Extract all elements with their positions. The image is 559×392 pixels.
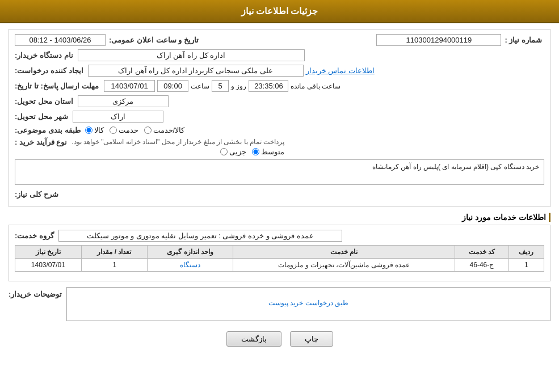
grooh-label: گروه خدمت: (15, 231, 54, 240)
noFarayand-label: نوع فرآیند خرید : (15, 138, 67, 146)
khadamat-table-wrapper: ردیف کد خدمت نام خدمت واحد اندازه گیری ت… (15, 245, 544, 272)
buttons-row: چاپ بازگشت (9, 331, 550, 347)
tabaqe-kala-radio[interactable] (85, 127, 93, 134)
tabaqe-kala-khedmat[interactable]: کالا/خدمت (144, 126, 185, 134)
tosaif-label: توضیحات خریدار: (9, 290, 62, 298)
tarikh-label: تاریخ و ساعت اعلان عمومی: (109, 36, 199, 44)
bazgasht-button[interactable]: بازگشت (226, 331, 281, 347)
col-kod: کد خدمت (455, 246, 509, 259)
chap-button[interactable]: چاپ (290, 331, 333, 347)
sharh-label: شرح کلی نیاز: (15, 190, 58, 199)
row-tarikh: 1403/07/01 (15, 259, 82, 272)
tarikh-value: 1403/06/26 - 08:12 (15, 34, 106, 46)
tabaqe-kala-khedmat-radio[interactable] (144, 127, 152, 134)
khadamat-section-title: اطلاعات خدمات مورد نیاز (9, 213, 550, 222)
sharh-value: خرید دستگاه کپی (اقلام سرمایه ای )پلیس ر… (15, 159, 544, 185)
shomareNiaz-label: شماره نیاز : (505, 36, 542, 44)
shahr-value: اراک (73, 111, 163, 123)
row-tedad: 1 (81, 259, 148, 272)
ijadKonande-value: علی ملکی سنجانی کاربرداز اداره کل راه آه… (88, 65, 304, 77)
mohlat-saat-label: ساعت (191, 82, 209, 90)
row-vahed: دستگاه (148, 259, 233, 272)
tabaqe-label: طبقه بندی موضوعی: (15, 126, 81, 134)
namDastgah-value: اداره کل راه آهن اراک (78, 49, 305, 61)
noFarayand-jozi[interactable]: جزیی (220, 147, 246, 156)
noFarayand-motavasset-label: متوسط (261, 147, 284, 156)
col-vahed: واحد اندازه گیری (148, 246, 233, 259)
row-radif: 1 (508, 259, 544, 272)
shahr-label: شهر محل تحویل: (15, 112, 68, 121)
tosaif-textarea[interactable] (66, 287, 550, 321)
etelaatTamas-link[interactable]: اطلاعات تماس خریدار (306, 66, 375, 75)
mohlat-roz-label: روز و (231, 82, 246, 90)
table-row: 1 ج-46-46 عمده فروشی ماشین‌آلات، تجهیزات… (15, 259, 544, 272)
col-tedad: تعداد / مقدار (81, 246, 148, 259)
tabaqe-group: کالا/خدمت خدمت کالا (85, 126, 185, 134)
mohlat-saat-mande-value: 23:35:06 (249, 80, 288, 92)
tabaqe-kala[interactable]: کالا (85, 126, 104, 134)
mohlat-saat-value: 09:00 (157, 80, 188, 92)
mohlat-roz-value: 5 (212, 80, 229, 92)
col-name: نام خدمت (233, 246, 455, 259)
mohlat-date: 1403/07/01 (104, 80, 155, 92)
noFarayand-motavasset-radio[interactable] (252, 148, 259, 155)
shomareNiaz-value: 1103001294000119 (376, 34, 501, 46)
mohlat-label: مهلت ارسال پاسخ: تا تاریخ: (15, 82, 99, 90)
grooh-value: عمده فروشی و خرده فروشی : تعمیر وسایل نق… (58, 230, 342, 242)
row-kod: ج-46-46 (455, 259, 509, 272)
noFarayand-motavasset[interactable]: متوسط (252, 147, 284, 156)
tabaqe-khedmat-label: خدمت (119, 126, 138, 134)
row-name: عمده فروشی ماشین‌آلات، تجهیزات و ملزومات (233, 259, 455, 272)
col-radif: ردیف (508, 246, 544, 259)
mohlat-saat-mande-label: ساعت باقی مانده (291, 82, 341, 90)
noFarayand-group: متوسط جزیی (220, 147, 284, 156)
noFarayand-jozi-radio[interactable] (220, 148, 228, 155)
tabaqe-kala-khedmat-label: کالا/خدمت (153, 126, 185, 134)
page-title: جزئیات اطلاعات نیاز (241, 6, 318, 16)
tabaqe-khedmat[interactable]: خدمت (110, 126, 138, 134)
khadamat-table: ردیف کد خدمت نام خدمت واحد اندازه گیری ت… (15, 245, 544, 272)
ijadKonande-label: ایجاد کننده درخواست: (15, 66, 83, 75)
tabaqe-kala-label: کالا (94, 126, 104, 134)
ostan-label: استان محل تحویل: (15, 97, 73, 106)
noFarayand-notice: پرداخت تمام یا بخشی از مبلغ خریدار از مح… (72, 138, 284, 146)
col-tarikh: تاریخ نیاز (15, 246, 82, 259)
ostan-value: مرکزی (78, 95, 169, 107)
page-header: جزئیات اطلاعات نیاز (0, 0, 559, 23)
tabaqe-khedmat-radio[interactable] (110, 127, 117, 134)
noFarayand-jozi-label: جزیی (229, 147, 246, 156)
namDastgah-label: نام دستگاه خریدار: (15, 51, 73, 60)
